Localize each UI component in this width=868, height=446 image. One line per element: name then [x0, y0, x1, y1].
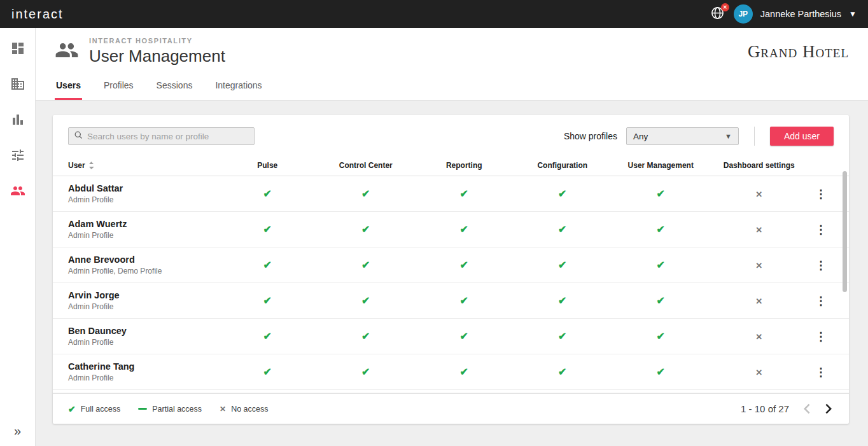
access-cell: ✕ [710, 260, 809, 271]
user-profiles: Admin Profile [68, 302, 218, 311]
profiles-filter-dropdown[interactable]: Any ▼ [626, 127, 739, 145]
access-cell: ✔ [612, 223, 710, 235]
access-cell: ✔ [218, 295, 317, 307]
next-page-button[interactable] [824, 402, 834, 415]
user-profiles: Admin Profile [68, 373, 218, 382]
row-menu-button[interactable]: ⋮ [811, 365, 830, 380]
access-cell: ✔ [514, 330, 612, 342]
actions-cell: ⋮ [808, 365, 834, 379]
access-cell: ✔ [415, 259, 514, 271]
full-access-icon: ✔ [460, 295, 468, 306]
user-management-icon [55, 38, 79, 65]
avatar[interactable]: JP [734, 4, 753, 24]
full-access-icon: ✔ [460, 366, 468, 377]
user-name: Anne Brevoord [68, 254, 218, 265]
full-access-icon: ✔ [263, 366, 272, 377]
full-access-icon: ✔ [657, 224, 665, 235]
user-cell: Anne BrevoordAdmin Profile, Demo Profile [68, 254, 218, 275]
row-menu-button[interactable]: ⋮ [811, 258, 830, 273]
sidebar-item-user-management[interactable] [8, 182, 28, 202]
legend-label: No access [231, 405, 268, 414]
sidebar-item-reporting[interactable] [8, 111, 28, 131]
app-logo[interactable]: interact [11, 7, 64, 22]
table-row: Adam WuertzAdmin Profile✔✔✔✔✔✕⋮ [53, 212, 849, 247]
access-cell: ✔ [415, 188, 514, 200]
search-box [68, 127, 255, 145]
card-toolbar: Show profiles Any ▼ Add user [53, 115, 849, 155]
sidebar-item-property[interactable] [8, 75, 28, 95]
profiles-filter-value: Any [633, 132, 648, 141]
user-cell: Arvin JorgeAdmin Profile [68, 290, 218, 311]
sidebar-item-configuration[interactable] [8, 146, 28, 167]
column-header-dashboard-settings: Dashboard settings [710, 161, 809, 170]
add-user-button[interactable]: Add user [770, 127, 834, 146]
access-cell: ✔ [612, 330, 710, 342]
no-access-icon: ✕ [755, 332, 762, 342]
actions-cell: ⋮ [808, 330, 834, 344]
building-icon [10, 76, 25, 94]
row-menu-button[interactable]: ⋮ [811, 329, 830, 344]
user-menu-caret-icon[interactable]: ▼ [849, 10, 857, 18]
access-cell: ✔ [317, 188, 416, 200]
access-cell: ✔ [218, 330, 317, 342]
access-cell: ✔ [218, 188, 317, 200]
legend-label: Full access [81, 405, 121, 414]
user-cell: Adam WuertzAdmin Profile [68, 219, 218, 240]
topbar: interact ✕ JP Janneke Parthesius ▼ [0, 0, 868, 28]
table-rows: Abdul SattarAdmin Profile✔✔✔✔✔✕⋮Adam Wue… [53, 176, 849, 393]
row-menu-button[interactable]: ⋮ [811, 293, 830, 309]
full-access-icon: ✔ [263, 224, 272, 235]
sidebar-expand-button[interactable]: » [14, 424, 21, 438]
user-profiles: Admin Profile [68, 231, 218, 240]
access-cell: ✔ [612, 295, 710, 307]
access-cell: ✕ [710, 295, 809, 307]
table-row: Arvin JorgeAdmin Profile✔✔✔✔✔✕⋮ [53, 283, 849, 319]
full-access-icon: ✔ [263, 260, 272, 270]
full-access-icon: ✔ [263, 188, 272, 199]
column-label: Reporting [446, 161, 482, 170]
previous-page-button[interactable] [802, 402, 811, 415]
access-cell: ✔ [415, 330, 514, 342]
table-header-row: UserPulseControl CenterReportingConfigur… [53, 155, 849, 176]
actions-cell: ⋮ [808, 258, 834, 272]
row-menu-button[interactable]: ⋮ [811, 222, 830, 237]
full-access-icon: ✔ [657, 260, 665, 270]
full-access-icon: ✔ [460, 331, 468, 342]
table-row: Catherine TangAdmin Profile✔✔✔✔✔✕⋮ [53, 354, 849, 390]
actions-cell: ⋮ [808, 294, 834, 308]
toolbar-divider [754, 127, 755, 146]
tab-integrations[interactable]: Integrations [214, 78, 263, 100]
access-cell: ✔ [218, 259, 317, 271]
access-cell: ✔ [218, 366, 317, 378]
tab-users[interactable]: Users [55, 78, 82, 100]
full-access-icon: ✔ [263, 295, 272, 306]
vertical-scrollbar[interactable] [843, 171, 847, 292]
sort-icon[interactable] [88, 162, 94, 169]
legend-label: Partial access [152, 405, 202, 414]
dropdown-caret-icon: ▼ [725, 132, 732, 140]
user-name: Abdul Sattar [68, 183, 218, 193]
sidebar-nav [8, 39, 28, 202]
dashboard-icon [10, 41, 25, 59]
column-header-user[interactable]: User [68, 161, 218, 170]
no-access-icon: ✕ [755, 261, 762, 270]
full-access-icon: ✔ [657, 295, 665, 306]
access-cell: ✔ [612, 259, 710, 271]
access-cell: ✔ [514, 223, 612, 235]
row-menu-button[interactable]: ⋮ [811, 186, 830, 202]
full-access-icon: ✔ [657, 188, 665, 199]
access-cell: ✕ [710, 188, 809, 200]
access-cell: ✔ [514, 188, 612, 200]
language-globe-button[interactable]: ✕ [710, 6, 726, 22]
column-header-user-management: User Management [612, 161, 710, 170]
column-header-reporting: Reporting [415, 161, 514, 170]
globe-badge-icon: ✕ [721, 3, 729, 11]
search-input[interactable] [87, 132, 249, 141]
full-access-icon: ✔ [361, 295, 370, 306]
column-label: Pulse [257, 161, 277, 170]
full-access-icon: ✔ [460, 188, 468, 199]
full-access-icon: ✔ [558, 331, 566, 342]
tab-sessions[interactable]: Sessions [155, 78, 194, 100]
sidebar-item-dashboard[interactable] [8, 39, 28, 60]
tab-profiles[interactable]: Profiles [102, 78, 135, 100]
